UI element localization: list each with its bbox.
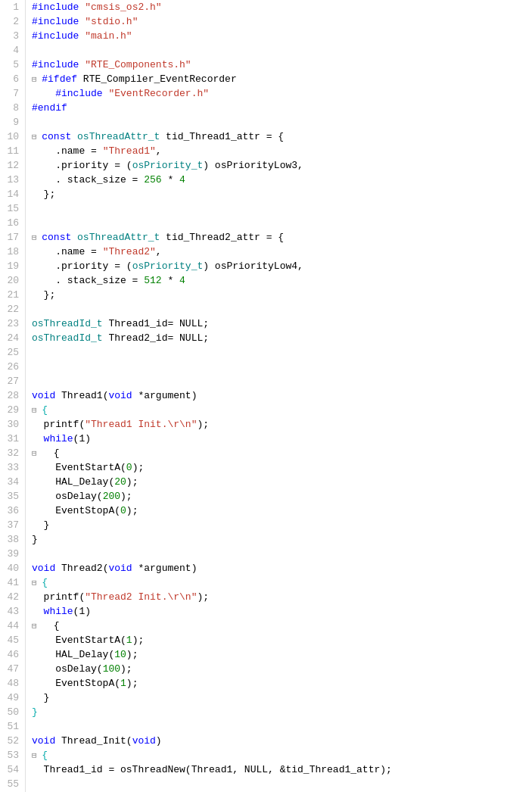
line-number: 35 [3,489,19,504]
token: "EventRecorder.h" [108,88,209,99]
token: } [32,706,38,718]
token: .name = [32,145,103,157]
token: RTE_Compiler_EventRecorder [77,73,237,85]
code-line: EventStartA(0); [32,460,532,475]
fold-icon[interactable]: ⊟ [32,751,42,760]
line-number: 33 [3,460,19,475]
token: . stack_size = [32,174,144,186]
code-line: EventStopA(0); [32,504,532,518]
code-line: ⊟ { [32,403,532,417]
token: 1 [120,678,126,689]
line-number: 3 [3,29,19,43]
code-line: ⊟ const osThreadAttr_t tid_Thread2_attr … [32,230,532,245]
token: void [32,390,55,401]
code-line: ⊟ #ifdef RTE_Compiler_EventRecorder [32,72,532,86]
line-number: 38 [3,532,19,547]
token: .name = [32,246,103,257]
code-line: #endif [32,101,532,115]
code-line: ⊟ { [32,575,532,590]
token: void [32,735,55,747]
line-number: 8 [3,101,19,115]
line-number: 40 [3,561,19,575]
token: , [156,246,162,257]
token: osThreadId_t [32,332,103,344]
code-line: . stack_size = 256 * 4 [32,173,532,187]
line-number: 1 [3,0,19,14]
code-line: ⊟ { [32,446,532,460]
token: { [42,620,59,631]
code-line: #include "main.h" [32,29,532,43]
line-number: 23 [3,316,19,331]
token: HAL_Delay( [32,476,114,488]
token: { [42,447,59,459]
code-line: .priority = (osPriority_t) osPriorityLow… [32,158,532,173]
token: #include [32,59,79,70]
token: EventStartA( [32,635,126,646]
line-number: 24 [3,331,19,345]
token: { [42,577,48,588]
token: void [32,563,55,574]
code-line: #include "stdio.h" [32,14,532,29]
token: { [42,750,48,761]
line-number: 32 [3,446,19,460]
token: (1) [73,433,91,444]
token: printf( [32,591,85,603]
token: void [108,563,132,574]
token: 256 [144,174,161,186]
token: osThreadAttr_t [77,232,160,243]
line-number: 7 [3,86,19,101]
token [71,131,77,142]
fold-icon[interactable]: ⊟ [32,133,42,142]
line-number: 46 [3,647,19,662]
fold-icon[interactable]: ⊟ [32,449,42,458]
fold-icon[interactable]: ⊟ [32,406,42,415]
code-line [32,374,532,388]
line-number: 31 [3,432,19,446]
token: 100 [103,663,120,675]
token [32,88,55,99]
token: #include [32,30,79,42]
token: ); [120,663,132,675]
line-number: 22 [3,302,19,316]
line-number: 48 [3,676,19,691]
line-number: 55 [3,777,19,791]
token: Thread1_id= NULL; [103,318,209,329]
code-line [32,777,532,791]
token: 512 [144,275,161,286]
line-number: 37 [3,518,19,532]
line-number: 41 [3,575,19,590]
code-line: osDelay(200); [32,489,532,504]
token: Thread_Init( [55,735,132,747]
code-line [32,201,532,216]
line-number: 45 [3,633,19,647]
fold-icon[interactable]: ⊟ [32,233,42,242]
code-line: ⊟ { [32,619,532,633]
line-number: 16 [3,216,19,230]
line-number: 11 [3,144,19,158]
line-number: 13 [3,173,19,187]
fold-icon[interactable]: ⊟ [32,622,42,631]
token: #ifdef [42,73,77,85]
line-number: 21 [3,288,19,302]
code-line: EventStartA(1); [32,633,532,647]
line-number: 44 [3,619,19,633]
fold-icon[interactable]: ⊟ [32,578,42,588]
token: Thread1_id = osThreadNew(Thread1, NULL, … [32,764,392,775]
code-line: } [32,691,532,705]
fold-icon[interactable]: ⊟ [32,75,42,84]
token: 0 [126,462,132,473]
line-number: 10 [3,129,19,144]
line-number: 26 [3,360,19,374]
line-number: 47 [3,662,19,676]
code-line [32,719,532,734]
token: "RTE_Components.h" [85,59,191,70]
token: 1 [126,635,132,646]
code-line: ⊟ { [32,748,532,762]
code-line: Thread1_id = osThreadNew(Thread1, NULL, … [32,762,532,777]
token: ); [132,635,145,646]
code-line: printf("Thread1 Init.\r\n"); [32,417,532,432]
code-line: osDelay(100); [32,662,532,676]
code-content[interactable]: #include "cmsis_os2.h"#include "stdio.h"… [26,0,532,792]
code-line [32,345,532,360]
code-line: ⊟ const osThreadAttr_t tid_Thread1_attr … [32,129,532,144]
